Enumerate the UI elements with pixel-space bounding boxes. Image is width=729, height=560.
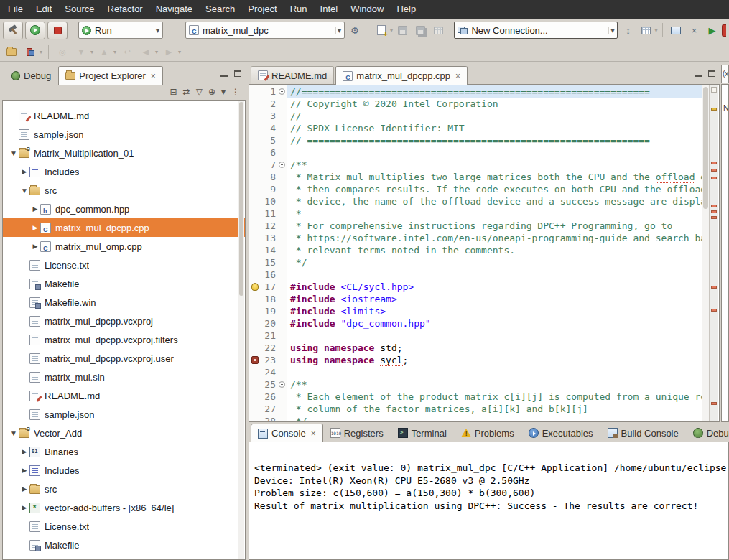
chevron-down-icon[interactable]: ▾ [40, 49, 42, 55]
tab-readme-md[interactable]: README.md [251, 66, 334, 84]
tree-item-src[interactable]: ▶src [3, 480, 245, 498]
chevron-down-icon[interactable]: ▾ [608, 27, 614, 34]
tree-scrollbar[interactable] [238, 101, 244, 559]
tree-item-binaries[interactable]: ▶Binaries [3, 442, 245, 461]
tree-expanded-arrow-icon[interactable]: ▼ [9, 149, 19, 157]
save-button[interactable] [395, 22, 411, 38]
view-menu-icon[interactable]: ⋮ [231, 87, 240, 97]
add-icon[interactable]: ⊕ [208, 87, 215, 97]
code-line-6[interactable]: 6 [249, 146, 702, 159]
play-button[interactable]: ▶ [704, 22, 720, 38]
tree-item-makefile-win[interactable]: Makefile.win [3, 293, 245, 312]
code-editor[interactable]: 1//=====================================… [249, 84, 720, 422]
tree-item-src[interactable]: ▼src [3, 181, 245, 200]
last-edit-location-button[interactable]: ↩ [119, 44, 135, 60]
menu-run[interactable]: Run [284, 0, 314, 19]
tree-item-matrix-mul-sln[interactable]: matrix_mul.sln [3, 368, 245, 386]
search-button[interactable]: ◎ [55, 44, 70, 60]
minimize-icon[interactable] [220, 70, 228, 77]
tree-expanded-arrow-icon[interactable]: ▼ [19, 187, 29, 195]
print-button[interactable] [431, 22, 447, 38]
menu-help[interactable]: Help [390, 0, 422, 19]
view-menu-chevron-icon[interactable]: ▾ [221, 87, 226, 97]
code-line-1[interactable]: 1//=====================================… [249, 85, 702, 98]
fold-collapse-icon[interactable] [279, 88, 285, 95]
menu-intel[interactable]: Intel [314, 0, 345, 19]
tree-collapsed-arrow-icon[interactable]: ▶ [19, 448, 29, 455]
tree-item-matrix-mul-omp-cpp[interactable]: ▶matrix_mul_omp.cpp [3, 237, 245, 256]
next-annotation-button[interactable]: ▼ [73, 44, 89, 60]
tab-registers[interactable]: Registers [323, 424, 391, 442]
tree-collapsed-arrow-icon[interactable]: ▶ [30, 243, 40, 250]
code-line-4[interactable]: 4// SPDX-License-Identifier: MIT [249, 122, 702, 134]
minimize-icon[interactable] [695, 70, 702, 77]
maximize-icon[interactable] [708, 70, 715, 77]
overview-marker[interactable] [711, 210, 717, 213]
new-wizard-button[interactable] [373, 22, 389, 38]
stop-button[interactable] [47, 22, 68, 39]
tree-item-sample-json[interactable]: sample.json [3, 125, 245, 144]
code-line-16[interactable]: 16 [249, 269, 702, 281]
tree-item-matrix-multiplication-01[interactable]: ▼Matrix_Multiplication_01 [3, 144, 245, 162]
save-all-button[interactable] [413, 22, 429, 38]
maximize-icon[interactable] [234, 70, 241, 77]
code-line-12[interactable]: 12 * For comprehensive instructions rega… [249, 220, 702, 232]
clipped-toolbar-icon[interactable] [722, 24, 726, 37]
overview-marker[interactable] [711, 169, 717, 172]
tab-variables-clipped[interactable]: (x [721, 65, 729, 83]
code-line-15[interactable]: 15 */ [249, 256, 702, 269]
previous-annotation-button[interactable]: ▲ [96, 44, 112, 60]
tree-item-makefile[interactable]: Makefile [3, 274, 245, 293]
code-line-17[interactable]: 17#include <CL/sycl.hpp> [249, 281, 702, 293]
chevron-down-icon[interactable]: ▾ [335, 27, 341, 34]
chevron-down-icon[interactable]: ▾ [390, 27, 393, 34]
code-line-21[interactable]: 21 [249, 330, 702, 342]
overview-marker[interactable] [711, 108, 717, 111]
tree-item-license-txt[interactable]: License.txt [3, 256, 245, 274]
tree-collapsed-arrow-icon[interactable]: ▶ [30, 224, 40, 231]
tree-collapsed-arrow-icon[interactable]: ▶ [19, 504, 29, 511]
tree-item-dpc-common-hpp[interactable]: ▶dpc_common.hpp [3, 200, 245, 218]
overview-ruler[interactable] [709, 85, 718, 421]
overview-marker[interactable] [711, 216, 717, 219]
annotation-summary-icon[interactable] [711, 87, 717, 93]
tab-debugger-console[interactable]: Debugger Console [686, 424, 729, 442]
menu-refactor[interactable]: Refactor [101, 0, 149, 19]
tree-item-license-txt[interactable]: License.txt [3, 517, 245, 536]
editor-scrollbar[interactable] [702, 85, 709, 421]
tree-expanded-arrow-icon[interactable]: ▼ [9, 429, 19, 437]
chevron-down-icon[interactable]: ▾ [154, 27, 159, 34]
fold-collapse-icon[interactable] [279, 162, 285, 168]
code-line-23[interactable]: 23using namespace sycl; [249, 354, 702, 366]
code-line-26[interactable]: 26 * Each element of the product matrix … [249, 391, 702, 403]
tree-collapsed-arrow-icon[interactable]: ▶ [30, 205, 40, 213]
link-with-editor-icon[interactable]: ⇄ [183, 87, 190, 97]
new-connection-combo[interactable]: New Connection... ▾ [454, 22, 618, 39]
tab-build-console[interactable]: Build Console [600, 424, 686, 442]
code-line-18[interactable]: 18#include <iostream> [249, 293, 702, 305]
overview-marker[interactable] [711, 162, 717, 164]
launch-target-combo[interactable]: matrix_mul_dpc ▾ [185, 22, 345, 39]
menu-edit[interactable]: Edit [29, 0, 58, 19]
view-layout-button[interactable] [638, 22, 654, 38]
back-button[interactable]: ◀ [138, 44, 154, 60]
close-icon[interactable]: × [311, 429, 316, 439]
spell-marker-icon[interactable] [251, 356, 259, 364]
code-line-27[interactable]: 27 * column of the factor matrices, a[i]… [249, 403, 702, 415]
code-line-7[interactable]: 7/** [249, 159, 702, 171]
code-line-13[interactable]: 13 * https://software.intel.com/en-us/on… [249, 232, 702, 244]
code-line-19[interactable]: 19#include <limits> [249, 305, 702, 317]
scrollbar-thumb[interactable] [239, 102, 243, 296]
collapse-all-icon[interactable]: ⊟ [170, 87, 177, 97]
close-icon[interactable]: × [455, 71, 460, 81]
tree-item-vector-add[interactable]: ▼Vector_Add [3, 424, 245, 442]
overview-marker[interactable] [711, 177, 717, 179]
tree-item-matrix-mul-dpcpp-vcxproj-user[interactable]: matrix_mul_dpcpp.vcxproj.user [3, 349, 245, 368]
fold-collapse-icon[interactable] [279, 381, 285, 388]
code-line-20[interactable]: 20#include "dpc_common.hpp" [249, 317, 702, 330]
tree-item-readme-md[interactable]: README.md [3, 106, 245, 125]
open-console-button[interactable] [668, 22, 684, 38]
tree-item-matrix-mul-dpcpp-vcxproj[interactable]: matrix_mul_dpcpp.vcxproj [3, 312, 245, 330]
tab-project-explorer[interactable]: Project Explorer × [58, 66, 163, 85]
tree-item-vector-add-buffers-x86-64-le[interactable]: ▶vector-add-buffers - [x86_64/le] [3, 498, 245, 517]
